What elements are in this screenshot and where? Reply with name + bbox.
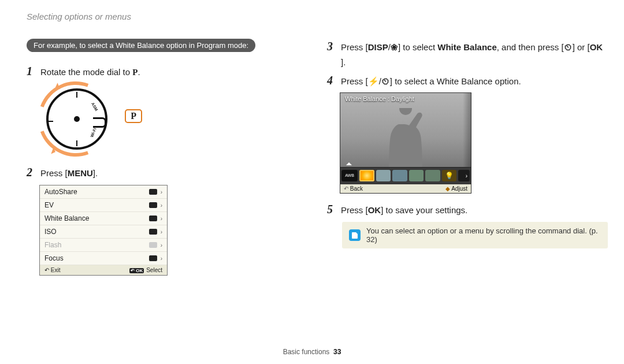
menu-item-label: Focus xyxy=(44,254,64,262)
wb-title: White Balance : Daylight xyxy=(345,95,414,102)
footer-section: Basic functions xyxy=(283,348,330,356)
menu-item-white-balance[interactable]: White Balance › xyxy=(40,212,167,225)
menu-footer: Exit OKSelect xyxy=(40,265,167,275)
step-1-number: 1 xyxy=(27,64,40,80)
menu-screenshot: AutoShare › EV › White Balance › ISO › F… xyxy=(39,185,168,276)
step-5-number: 5 xyxy=(327,202,341,218)
t: ]. xyxy=(341,57,346,67)
t: ] to save your settings. xyxy=(381,205,467,215)
white-balance-icon xyxy=(149,216,157,221)
chevron-right-icon[interactable]: › xyxy=(466,172,467,179)
wb-footer-back: Back xyxy=(350,185,363,192)
wb-option-strip: AWB 💡 › xyxy=(340,167,471,184)
menu-item-focus[interactable]: Focus › xyxy=(40,252,167,265)
step-2: 2 Press [MENU]. xyxy=(27,165,304,181)
iso-icon xyxy=(149,229,157,235)
footer-page-number: 33 xyxy=(333,348,341,356)
example-label: For example, to select a White Balance o… xyxy=(27,39,255,52)
mode-dial-illustration: ASM Wi-Fi P xyxy=(38,85,136,154)
menu-item-iso[interactable]: ISO › xyxy=(40,225,167,239)
wb-option-more[interactable] xyxy=(458,170,470,181)
step-2-text-b: ]. xyxy=(93,168,98,178)
menu-item-autoshare[interactable]: AutoShare › xyxy=(40,185,167,199)
note-box: You can select an option or a menu by sc… xyxy=(342,222,608,248)
menu-item-label: AutoShare xyxy=(44,188,77,196)
wb-footer-adjust: Adjust xyxy=(451,185,467,192)
dial-mark-asm: ASM xyxy=(91,102,99,112)
menu-item-label: ISO xyxy=(44,228,57,236)
step-4: 4 Press [⚡/⏲] to select a White Balance … xyxy=(327,73,604,89)
wb-option-fluorescent-2[interactable] xyxy=(409,170,424,181)
flash-icon xyxy=(149,242,157,248)
wb-footer: ↶ Back ◆ Adjust xyxy=(340,184,471,193)
note-text: You can select an option or a menu by sc… xyxy=(366,226,601,244)
step-2-text-a: Press [ xyxy=(40,168,68,178)
ok-button-glyph: OK xyxy=(368,203,381,218)
focus-icon xyxy=(149,255,157,261)
step-1: 1 Rotate the mode dial to P. xyxy=(27,64,304,80)
chevron-right-icon: › xyxy=(161,242,162,248)
wb-option-fluorescent-3[interactable] xyxy=(425,170,440,181)
wb-option-fluorescent-1[interactable] xyxy=(392,170,407,181)
step-3: 3 Press [DISP/❀] to select White Balance… xyxy=(327,39,604,69)
t: Press [ xyxy=(341,205,368,215)
t: ] to select xyxy=(398,42,437,52)
t: Press [ xyxy=(341,42,368,52)
disp-button-glyph: DISP xyxy=(368,40,388,55)
t: ] or [ xyxy=(573,42,590,52)
ev-icon xyxy=(149,202,157,208)
left-column: For example, to select a White Balance o… xyxy=(27,39,304,276)
menu-item-label: White Balance xyxy=(44,214,89,222)
timer-icon: ⏲ xyxy=(564,40,573,55)
chevron-right-icon: › xyxy=(161,229,162,235)
chevron-right-icon: › xyxy=(161,255,162,262)
right-column: 3 Press [DISP/❀] to select White Balance… xyxy=(327,39,604,276)
autoshare-icon xyxy=(149,189,157,195)
step-1-text-a: Rotate the mode dial to xyxy=(40,67,132,77)
page-header: Selecting options or menus xyxy=(27,12,597,21)
t: Press [ xyxy=(341,76,368,86)
person-silhouette-icon xyxy=(382,108,429,167)
menu-footer-exit: Exit xyxy=(44,267,60,273)
t: AWB xyxy=(345,173,354,177)
menu-button-glyph: MENU xyxy=(68,166,93,181)
white-balance-bold: White Balance xyxy=(437,42,497,52)
ok-button-glyph: OK xyxy=(590,40,603,55)
t: , and then press [ xyxy=(497,42,564,52)
menu-item-ev[interactable]: EV › xyxy=(40,199,167,212)
dial-mark-wifi: Wi-Fi xyxy=(90,127,97,138)
step-3-number: 3 xyxy=(327,39,341,69)
step-1-text-b: . xyxy=(138,67,140,77)
menu-footer-select: Select xyxy=(146,267,162,273)
wb-option-daylight[interactable] xyxy=(359,170,374,181)
step-2-number: 2 xyxy=(27,165,40,181)
ok-chip-icon: OK xyxy=(129,268,144,273)
wb-option-cloudy[interactable] xyxy=(376,170,391,181)
step-4-number: 4 xyxy=(327,73,341,89)
white-balance-screenshot: White Balance : Daylight AWB 💡 xyxy=(340,92,471,194)
dial-p-callout: P xyxy=(125,109,142,123)
step-5: 5 Press [OK] to save your settings. xyxy=(327,202,604,218)
menu-item-label: EV xyxy=(44,201,54,209)
note-icon xyxy=(349,229,361,241)
chevron-right-icon: › xyxy=(161,202,162,209)
macro-icon: ❀ xyxy=(391,40,398,55)
chevron-right-icon: › xyxy=(161,216,162,222)
page-footer: Basic functions 33 xyxy=(0,348,624,356)
timer-icon: ⏲ xyxy=(381,74,390,89)
menu-item-label: Flash xyxy=(44,241,61,249)
menu-item-flash: Flash › xyxy=(40,239,167,252)
t: ] to select a White Balance option. xyxy=(390,76,521,86)
flash-icon: ⚡ xyxy=(368,74,379,89)
chevron-right-icon: › xyxy=(161,189,162,195)
wb-option-tungsten[interactable]: 💡 xyxy=(442,170,457,181)
wb-option-auto[interactable]: AWB xyxy=(341,170,358,181)
